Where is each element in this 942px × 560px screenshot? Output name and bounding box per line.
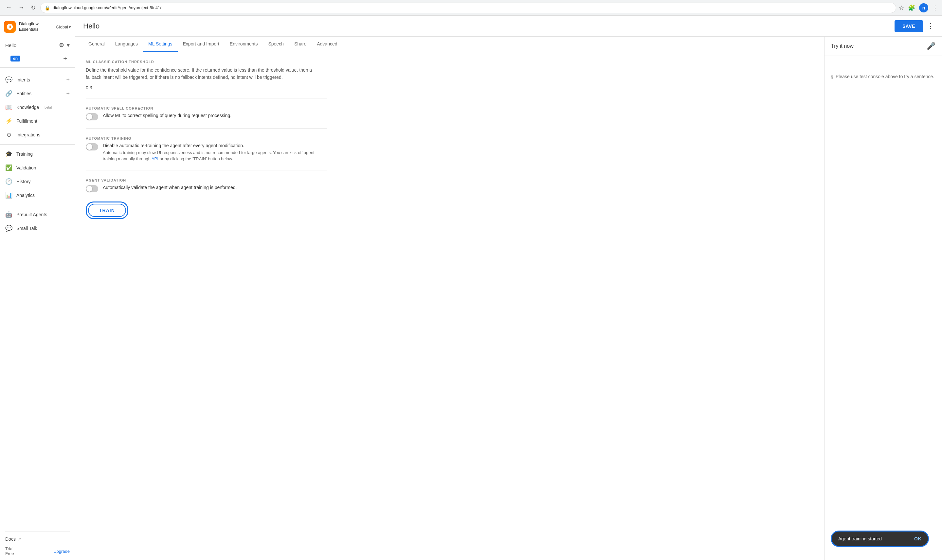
extensions-icon[interactable]: 🧩 [908,4,915,11]
bookmark-icon[interactable]: ☆ [899,4,904,11]
logo-text: Dialogflow Essentials [19,21,39,32]
sidebar-item-integrations[interactable]: ⊙ Integrations [0,128,75,142]
sidebar-item-training[interactable]: 🎓 Training [0,147,75,161]
more-options-icon[interactable]: ⋮ [927,22,934,31]
docs-link[interactable]: Docs ↗ [5,534,70,544]
integrations-label: Integrations [16,132,40,137]
reload-button[interactable]: ↻ [29,3,38,13]
tab-general[interactable]: General [83,37,110,52]
training-toggle-content: Disable automatic re-training the agent … [103,143,327,162]
training-toggle[interactable] [86,143,98,151]
main-content: Hello SAVE ⋮ General Languages ML Settin… [75,16,942,560]
sidebar-item-entities[interactable]: 🔗 Entities + [0,87,75,100]
try-hint-text: Please use test console above to try a s… [836,73,934,80]
tab-ml-settings[interactable]: ML Settings [143,37,177,52]
snackbar-text: Agent training started [838,536,907,542]
spell-toggle[interactable] [86,113,98,120]
threshold-section-label: ML CLASSIFICATION THRESHOLD [86,60,327,64]
nav-divider-2 [0,144,75,145]
back-button[interactable]: ← [4,3,14,12]
sidebar-item-analytics[interactable]: 📊 Analytics [0,188,75,202]
sidebar-item-fulfillment[interactable]: ⚡ Fulfillment [0,114,75,128]
tab-languages[interactable]: Languages [110,37,143,52]
app: Dialogflow Essentials Global ▾ Hello ⚙ ▾… [0,16,942,560]
spell-toggle-content: Allow ML to correct spelling of query du… [103,113,327,119]
try-panel-body: ℹ Please use test console above to try a… [825,56,942,560]
try-divider [831,68,936,68]
content-wrapper: General Languages ML Settings Export and… [75,37,942,560]
global-selector[interactable]: Global ▾ [56,25,71,29]
small-talk-icon: 💬 [5,225,12,232]
language-chip[interactable]: en [11,55,20,62]
sidebar-item-small-talk[interactable]: 💬 Small Talk [0,222,75,235]
spell-toggle-row: Allow ML to correct spelling of query du… [86,113,327,120]
validation-toggle-content: Automatically validate the agent when ag… [103,185,327,191]
address-bar[interactable]: 🔒 dialogflow.cloud.google.com/#/editAgen… [40,3,896,13]
free-label: Free [5,551,14,556]
spell-section-label: AUTOMATIC SPELL CORRECTION [86,106,327,110]
info-icon: ℹ [831,74,833,82]
api-link[interactable]: API [151,156,159,161]
training-toggle-row: Disable automatic re-training the agent … [86,143,327,162]
trial-info: Trial Free [5,546,14,556]
save-button[interactable]: SAVE [894,20,923,32]
beta-badge: [beta] [43,106,52,109]
integrations-icon: ⊙ [5,131,12,138]
agent-settings-icon[interactable]: ⚙ [59,42,64,49]
trial-row: Trial Free Upgrade [5,546,70,556]
dialogflow-logo [4,21,16,33]
upgrade-link[interactable]: Upgrade [53,549,70,554]
trial-label: Trial [5,546,14,551]
section-divider-3 [86,170,327,171]
section-divider-1 [86,98,327,98]
validation-toggle[interactable] [86,185,98,192]
small-talk-label: Small Talk [16,226,37,231]
sidebar-item-knowledge[interactable]: 📖 Knowledge [beta] [0,100,75,114]
profile-icon[interactable]: n [919,3,928,12]
tabs-bar: General Languages ML Settings Export and… [75,37,824,52]
validation-section-label: AGENT VALIDATION [86,178,327,182]
train-section: TRAIN [86,202,327,219]
add-entity-icon[interactable]: + [66,90,70,97]
chevron-down-icon: ▾ [69,25,71,29]
prebuilt-agents-label: Prebuilt Agents [16,212,47,217]
add-intent-icon[interactable]: + [66,77,70,83]
train-button-wrapper: TRAIN [86,202,128,219]
tab-advanced[interactable]: Advanced [311,37,342,52]
training-icon: 🎓 [5,151,12,158]
tab-share[interactable]: Share [289,37,311,52]
menu-icon[interactable]: ⋮ [932,4,938,11]
language-row: en + [0,52,75,65]
try-panel: Try it now 🎤 ℹ Please use test console a… [824,37,942,560]
ml-settings-content: ML CLASSIFICATION THRESHOLD Define the t… [75,52,337,227]
browser-bar: ← → ↻ 🔒 dialogflow.cloud.google.com/#/ed… [0,0,942,16]
threshold-desc: Define the threshold value for the confi… [86,66,327,81]
sidebar-item-prebuilt-agents[interactable]: 🤖 Prebuilt Agents [0,208,75,222]
training-label: Training [16,151,33,157]
snackbar: Agent training started OK [831,531,929,547]
train-button[interactable]: TRAIN [88,204,126,217]
sidebar-item-history[interactable]: 🕐 History [0,175,75,188]
threshold-value: 0.3 [86,85,327,90]
content-area: General Languages ML Settings Export and… [75,37,824,560]
intents-label: Intents [16,77,30,82]
tab-speech[interactable]: Speech [263,37,289,52]
external-link-icon: ↗ [18,537,21,542]
add-language-button[interactable]: + [60,55,70,63]
tab-export-import[interactable]: Export and Import [178,37,225,52]
agent-expand-icon[interactable]: ▾ [67,42,70,49]
entities-label: Entities [16,91,31,96]
snackbar-ok-button[interactable]: OK [914,536,921,542]
training-toggle-text: Disable automatic re-training the agent … [103,143,327,148]
spell-toggle-text: Allow ML to correct spelling of query du… [103,113,327,118]
docs-label: Docs [5,537,16,542]
forward-button[interactable]: → [16,3,26,12]
page-title: Hello [83,22,894,31]
validation-label: Validation [16,165,36,171]
url-text: dialogflow.cloud.google.com/#/editAgent/… [53,5,892,10]
analytics-label: Analytics [16,193,35,198]
microphone-icon[interactable]: 🎤 [927,42,936,50]
tab-environments[interactable]: Environments [225,37,263,52]
sidebar-item-intents[interactable]: 💬 Intents + [0,73,75,87]
sidebar-item-validation[interactable]: ✅ Validation [0,161,75,175]
